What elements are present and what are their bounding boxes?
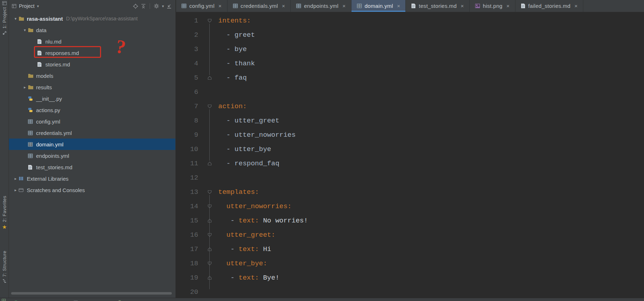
tab-close-icon[interactable]: × <box>282 3 285 9</box>
fold-marker-end[interactable] <box>208 219 212 223</box>
tree-item-results[interactable]: ▸results <box>9 81 175 93</box>
fold-marker-end[interactable] <box>208 247 212 251</box>
tab-close-icon[interactable]: × <box>461 3 464 9</box>
tree-item-domain.yml[interactable]: domain.yml <box>9 139 175 150</box>
code-line: utter_greet: <box>218 228 644 242</box>
status-bar-items: Python ConsoleTerminal6: TODO <box>14 298 142 301</box>
tab-close-icon[interactable]: × <box>397 3 400 9</box>
code-segment: utter_noworries: <box>226 202 291 210</box>
tab-hist.png[interactable]: hist.png× <box>470 0 515 12</box>
tool-switcher-icon[interactable] <box>0 298 6 301</box>
tree-item-Scratches and Consoles[interactable]: ▸Scratches and Consoles <box>9 184 175 196</box>
tab-close-icon[interactable]: × <box>506 3 510 9</box>
tree-item-data[interactable]: ▾data <box>9 24 175 36</box>
md-icon <box>521 3 525 9</box>
stripe-corner <box>0 1 9 5</box>
chevron-collapsed-icon[interactable]: ▸ <box>13 176 19 181</box>
fold-marker-start[interactable] <box>208 261 212 266</box>
tree-item-__init__.py[interactable]: __init__.py <box>9 93 175 104</box>
md-icon <box>28 165 36 170</box>
tab-endpoints.yml[interactable]: endpoints.yml× <box>291 0 351 12</box>
code-segment: - faq <box>218 74 247 82</box>
tree-item-label: actions.py <box>36 107 60 113</box>
collapse-all-icon[interactable] <box>141 4 146 9</box>
tree-item-label: External Libraries <box>27 176 69 182</box>
stripe-button-structure[interactable]: 7: Structure <box>0 251 9 283</box>
line-number: 11 <box>176 156 198 171</box>
project-window-icon <box>12 4 16 8</box>
line-number-gutter[interactable]: 1234567891011121314151617181920 <box>176 14 198 298</box>
line-number: 5 <box>176 71 198 85</box>
code-segment: - greet <box>218 31 255 39</box>
line-number: 3 <box>176 42 198 56</box>
stripe-button-project[interactable]: 1: Project <box>0 7 9 35</box>
png-icon <box>475 4 480 8</box>
tree-item-endpoints.yml[interactable]: endpoints.yml <box>9 150 175 161</box>
tab-label: credentials.yml <box>241 3 278 9</box>
project-panel-title[interactable]: Project <box>19 3 35 9</box>
code-segment: utter_greet: <box>226 231 275 239</box>
code-line <box>218 171 644 185</box>
yml-icon <box>357 4 362 8</box>
status-item-label: Terminal <box>80 300 98 301</box>
fold-marker-end[interactable] <box>208 76 212 80</box>
yml-icon <box>28 154 36 158</box>
project-horizontal-scrollbar[interactable] <box>11 292 172 295</box>
tree-item-models[interactable]: models <box>9 70 175 81</box>
fold-guide-line <box>209 109 210 161</box>
chevron-expanded-icon[interactable]: ▾ <box>22 28 28 32</box>
fold-gutter[interactable] <box>205 14 215 298</box>
status-item-label: Python Console <box>21 300 54 301</box>
hide-icon[interactable] <box>166 4 172 9</box>
code-area[interactable]: intents: - greet - bye - thank - faqacti… <box>218 14 644 298</box>
tree-item-External Libraries[interactable]: ▸External Libraries <box>9 173 175 184</box>
tab-config.yml[interactable]: config.yml× <box>176 0 228 12</box>
tree-item-actions.py[interactable]: actions.py <box>9 104 175 116</box>
fold-marker-start[interactable] <box>208 104 212 109</box>
tree-item-label: data <box>36 27 46 33</box>
code-segment <box>218 231 226 239</box>
tree-item-config.yml[interactable]: config.yml <box>9 116 175 127</box>
status-item-Terminal[interactable]: Terminal <box>74 298 98 301</box>
fold-marker-end[interactable] <box>208 276 212 280</box>
chevron-expanded-icon[interactable]: ▾ <box>13 16 19 21</box>
fold-marker-end[interactable] <box>208 161 212 166</box>
tree-item-nlu.md[interactable]: nlu.md <box>9 36 175 47</box>
line-number: 7 <box>176 99 198 114</box>
chevron-collapsed-icon[interactable]: ▸ <box>22 85 28 90</box>
settings-icon[interactable] <box>154 3 159 9</box>
tab-test_stories.md[interactable]: test_stories.md× <box>406 0 469 12</box>
tree-item-label: rasa-assistant <box>27 16 63 22</box>
tab-close-icon[interactable]: × <box>219 3 222 9</box>
code-segment: - respond_faq <box>218 160 279 167</box>
code-line: utter_noworries: <box>218 199 644 214</box>
tab-close-icon[interactable]: × <box>574 3 578 9</box>
status-item-6: TODO[interactable]: 6: TODO <box>118 298 143 301</box>
locate-icon[interactable] <box>133 4 138 9</box>
settings-caret-icon[interactable]: ▾ <box>162 4 164 9</box>
line-number: 10 <box>176 142 198 156</box>
fold-marker-start[interactable] <box>208 204 212 209</box>
project-tree[interactable]: ? ▾rasa-assistantD:\pyWorkSparce\rasa-as… <box>9 12 175 298</box>
tree-item-label: domain.yml <box>36 141 64 147</box>
tab-failed_stories.md[interactable]: failed_stories.md× <box>515 0 584 12</box>
code-line: - bye <box>218 42 644 56</box>
tree-item-credentials.yml[interactable]: credentials.yml <box>9 127 175 139</box>
code-segment <box>218 260 226 267</box>
tab-domain.yml[interactable]: domain.yml× <box>351 0 406 12</box>
tab-close-icon[interactable]: × <box>343 3 346 9</box>
caret-down-icon[interactable]: ▾ <box>37 4 39 9</box>
status-item-Python Console[interactable]: Python Console <box>14 298 54 301</box>
tree-item-test_stories.md[interactable]: test_stories.md <box>9 161 175 173</box>
fold-marker-start[interactable] <box>208 19 212 23</box>
tree-item-path: D:\pyWorkSparce\rasa-assistant <box>66 16 138 21</box>
tab-credentials.yml[interactable]: credentials.yml× <box>228 0 291 12</box>
chevron-collapsed-icon[interactable]: ▸ <box>13 188 19 192</box>
fold-marker-start[interactable] <box>208 190 212 194</box>
editor[interactable]: 1234567891011121314151617181920 intents:… <box>176 12 644 298</box>
tree-item-stories.md[interactable]: stories.md <box>9 59 175 70</box>
tree-item-rasa-assistant[interactable]: ▾rasa-assistantD:\pyWorkSparce\rasa-assi… <box>9 13 175 24</box>
yml-icon <box>181 4 186 8</box>
stripe-button-favorites[interactable]: 2: Favorites ★ <box>0 196 9 230</box>
fold-marker-start[interactable] <box>208 233 212 237</box>
